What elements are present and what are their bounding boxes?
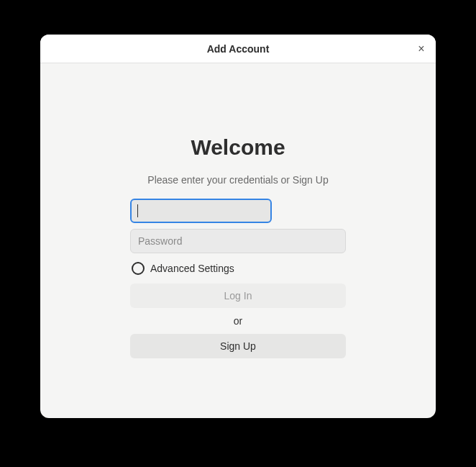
or-separator: or [130, 314, 346, 328]
text-cursor [137, 204, 138, 217]
close-icon: × [418, 43, 424, 55]
password-input[interactable] [130, 229, 346, 253]
login-form: Advanced Settings Log In or Sign Up [130, 199, 346, 358]
signup-button[interactable]: Sign Up [130, 334, 346, 358]
welcome-heading: Welcome [191, 135, 285, 160]
dialog-title: Add Account [207, 43, 270, 55]
login-button[interactable]: Log In [130, 284, 346, 308]
advanced-settings-label: Advanced Settings [150, 263, 234, 274]
dialog-header: Add Account × [40, 35, 436, 63]
subtitle-text: Please enter your credentials or Sign Up [147, 174, 328, 186]
username-input[interactable] [130, 199, 272, 223]
advanced-settings-row: Advanced Settings [130, 259, 346, 278]
username-wrap [130, 199, 346, 223]
dialog-content: Welcome Please enter your credentials or… [40, 63, 436, 358]
close-button[interactable]: × [413, 40, 430, 58]
advanced-settings-toggle[interactable] [132, 262, 145, 275]
add-account-dialog: Add Account × Welcome Please enter your … [40, 35, 436, 418]
